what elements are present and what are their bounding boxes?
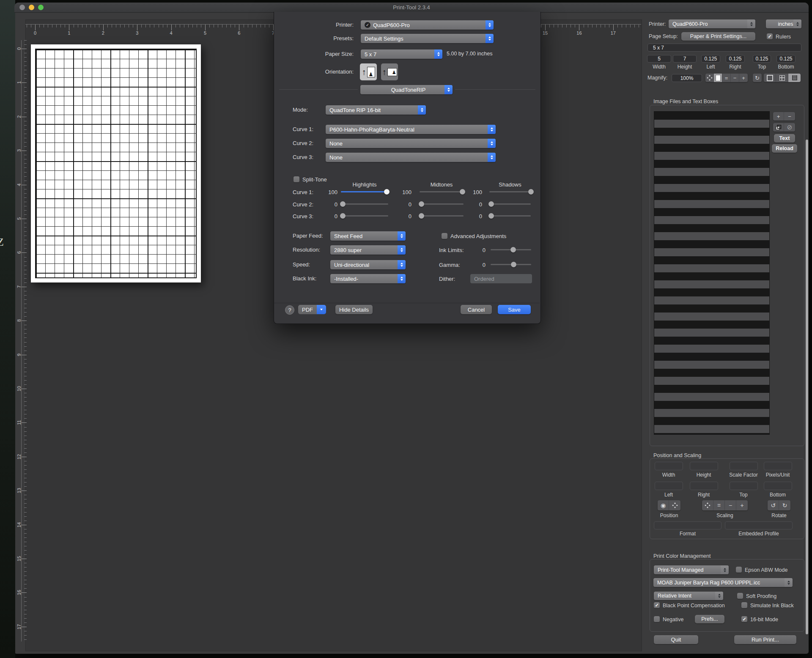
- prefs-button[interactable]: Prefs...: [695, 615, 724, 623]
- curve1-select[interactable]: P600-Hahn-PhoRagBaryta-Neutral: [326, 125, 496, 134]
- item-height-field[interactable]: [690, 462, 718, 470]
- item-left-field[interactable]: [655, 482, 683, 490]
- presets-select[interactable]: Default Settings: [361, 34, 494, 43]
- scale-nudge-icon[interactable]: [702, 500, 713, 510]
- panel-section-select[interactable]: QuadToneRIP: [360, 85, 453, 94]
- page-setup-button[interactable]: Paper & Print Settings...: [681, 32, 755, 41]
- cancel-button[interactable]: Cancel: [461, 305, 492, 314]
- dither-field[interactable]: Ordered: [470, 274, 532, 283]
- item-right-field[interactable]: [690, 482, 718, 490]
- paper-name-field[interactable]: 5 x 7: [647, 44, 801, 52]
- quad-grid-view-icon[interactable]: [776, 74, 788, 82]
- refresh-preview-icon[interactable]: ↻: [753, 74, 762, 82]
- orientation-landscape-button[interactable]: ↑ ♟: [381, 63, 398, 80]
- units-select[interactable]: inches: [766, 19, 801, 28]
- curve2-shadows-slider[interactable]: [489, 203, 531, 205]
- vertical-ruler-numbers: 01234567891011121314151617: [15, 0, 23, 658]
- negative-label: Negative: [663, 617, 683, 622]
- pan-move-icon[interactable]: [705, 74, 714, 82]
- pdf-menu-chevron[interactable]: [317, 305, 326, 314]
- add-item-button[interactable]: +: [773, 112, 784, 121]
- margin-top-field[interactable]: 0.125: [753, 55, 771, 63]
- item-top-field[interactable]: [730, 482, 758, 490]
- actual-size-icon[interactable]: =: [722, 74, 731, 82]
- print-preview-page[interactable]: [31, 44, 201, 282]
- disable-item-icon[interactable]: ⊘: [784, 123, 795, 132]
- image-files-list[interactable]: [654, 111, 770, 435]
- page-height-field[interactable]: 7: [673, 55, 697, 63]
- curve2-highlights-slider[interactable]: [341, 203, 388, 205]
- zoom-in-icon[interactable]: +: [739, 74, 748, 82]
- color-managed-select[interactable]: Print-Tool Managed: [654, 565, 729, 574]
- scale-factor-field[interactable]: [730, 462, 758, 470]
- pixels-per-unit-field[interactable]: [764, 462, 792, 470]
- reload-button[interactable]: Reload: [772, 144, 797, 153]
- scale-down-icon[interactable]: −: [725, 500, 736, 510]
- run-print-button[interactable]: Run Print...: [734, 635, 796, 644]
- zoom-out-icon[interactable]: −: [731, 74, 739, 82]
- epson-abw-checkbox[interactable]: [736, 567, 742, 573]
- curve1-highlights-slider[interactable]: [341, 191, 388, 192]
- ruler-number: 9: [16, 351, 22, 359]
- soft-proofing-checkbox[interactable]: [737, 593, 743, 599]
- help-button[interactable]: ?: [285, 305, 294, 315]
- hide-details-button[interactable]: Hide Details: [335, 305, 373, 314]
- fine-grid-view-icon[interactable]: [788, 74, 801, 82]
- duplicate-item-icon[interactable]: [773, 123, 784, 132]
- curve2-select[interactable]: None: [326, 139, 496, 148]
- scale-fit-icon[interactable]: =: [713, 500, 725, 510]
- split-tone-checkbox[interactable]: [294, 176, 299, 182]
- bit16-mode-checkbox[interactable]: ✓: [741, 616, 747, 622]
- fit-page-icon[interactable]: [714, 74, 722, 82]
- curve2-midtones-slider[interactable]: [420, 203, 464, 205]
- pdf-menu-button[interactable]: PDF: [298, 305, 317, 314]
- paper-feed-select[interactable]: Sheet Feed: [330, 231, 406, 241]
- quit-button[interactable]: Quit: [654, 635, 698, 644]
- single-page-view-icon[interactable]: [764, 74, 776, 82]
- ink-limits-slider[interactable]: [491, 249, 531, 250]
- rendering-intent-select[interactable]: Relative Intent: [654, 592, 723, 600]
- negative-checkbox[interactable]: [654, 616, 660, 622]
- height-label: Height: [673, 64, 697, 70]
- window-scrollbar[interactable]: [806, 140, 808, 634]
- curve1-sliders-label: Curve 1:: [293, 189, 313, 195]
- advanced-adjustments-checkbox[interactable]: [442, 233, 447, 239]
- rotate-ccw-icon[interactable]: ↺: [768, 500, 779, 510]
- margin-left-field[interactable]: 0.125: [701, 55, 720, 63]
- chevron-updown-icon: [434, 49, 442, 59]
- rulers-checkbox[interactable]: ✓: [767, 33, 773, 39]
- black-point-compensation-checkbox[interactable]: ✓: [654, 602, 660, 608]
- curve3-select[interactable]: None: [326, 153, 496, 162]
- resolution-select[interactable]: 2880 super: [330, 245, 406, 255]
- save-button[interactable]: Save: [498, 305, 531, 314]
- curve1-shadows-slider[interactable]: [489, 191, 531, 192]
- ruler-number: 6: [235, 30, 243, 36]
- margin-bottom-field[interactable]: 0.125: [776, 55, 796, 63]
- remove-item-button[interactable]: −: [784, 112, 795, 121]
- black-ink-select[interactable]: -Installed-: [330, 274, 406, 283]
- margin-right-field[interactable]: 0.125: [726, 55, 745, 63]
- sidebar-printer-select[interactable]: QuadP600-Pro: [669, 19, 755, 28]
- page-width-field[interactable]: 5: [647, 55, 671, 63]
- icc-profile-select[interactable]: MOAB Juniper Baryta Rag P600 UPPPL.icc: [653, 578, 793, 587]
- nudge-position-icon[interactable]: [669, 500, 680, 510]
- curve3-shadows-slider[interactable]: [489, 215, 531, 217]
- curve1-midtones-slider[interactable]: [420, 191, 464, 192]
- simulate-ink-black-checkbox[interactable]: [741, 602, 747, 608]
- text-button[interactable]: Text: [774, 134, 795, 143]
- paper-size-select[interactable]: 5 x 7: [361, 49, 442, 59]
- magnify-value-field[interactable]: 100%: [672, 74, 702, 82]
- curve3-midtones-slider[interactable]: [420, 215, 464, 217]
- mode-select[interactable]: QuadTone RIP 16-bit: [326, 105, 426, 115]
- curve3-highlights-slider[interactable]: [341, 215, 388, 217]
- scale-up-icon[interactable]: +: [736, 500, 748, 510]
- advanced-adjustments-label: Advanced Adjustments: [450, 233, 506, 239]
- orientation-portrait-button[interactable]: ↑ ♟: [360, 63, 377, 80]
- item-bottom-field[interactable]: [764, 482, 792, 490]
- center-position-icon[interactable]: ◉: [658, 500, 669, 510]
- speed-select[interactable]: Uni-directional: [330, 260, 406, 269]
- rotate-cw-icon[interactable]: ↻: [779, 500, 790, 510]
- item-width-field[interactable]: [655, 462, 683, 470]
- printer-select[interactable]: ✓ QuadP600-Pro: [361, 20, 494, 30]
- gamma-slider[interactable]: [491, 264, 531, 265]
